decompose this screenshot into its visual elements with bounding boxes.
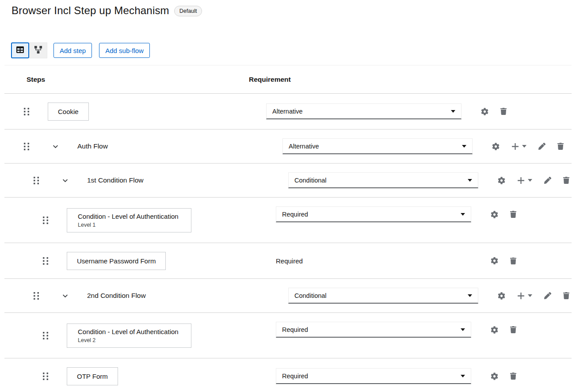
edit-button[interactable] (538, 143, 545, 150)
table-view-toggle[interactable] (11, 42, 29, 58)
trash-icon (563, 177, 569, 184)
subflow-label: 1st Condition Flow (87, 176, 144, 184)
table-row: OTP FormRequired (4, 358, 572, 392)
edit-button[interactable] (544, 177, 551, 184)
delete-button[interactable] (510, 257, 516, 264)
drag-handle-icon[interactable] (43, 332, 48, 339)
row-actions (491, 373, 516, 380)
requirement-select[interactable]: Required (276, 322, 471, 338)
delete-button[interactable] (557, 143, 564, 150)
settings-button[interactable] (491, 373, 498, 380)
add-button[interactable] (517, 177, 532, 184)
requirement-cell: Alternative (282, 138, 564, 154)
drag-handle-icon[interactable] (34, 177, 39, 184)
table-row: Username Password FormRequired (4, 243, 572, 279)
delete-button[interactable] (500, 108, 507, 115)
diagram-icon (34, 46, 42, 55)
drag-handle-icon[interactable] (24, 143, 29, 150)
add-step-button[interactable]: Add step (53, 43, 92, 58)
add-subflow-button[interactable]: Add sub-flow (99, 43, 150, 58)
row-actions (491, 257, 516, 265)
gear-icon (491, 257, 498, 265)
drag-handle-icon[interactable] (34, 292, 39, 300)
add-button[interactable] (511, 143, 526, 150)
trash-icon (510, 326, 516, 333)
drag-handle-icon[interactable] (43, 217, 48, 224)
chevron-down-icon[interactable] (53, 144, 58, 149)
subflow-label: Auth Flow (77, 142, 108, 150)
gear-icon (491, 211, 498, 218)
delete-button[interactable] (510, 373, 516, 380)
delete-button[interactable] (563, 177, 569, 184)
step-card: Condition - Level of AuthenticationLevel… (67, 323, 191, 348)
add-button[interactable] (517, 292, 532, 300)
delete-button[interactable] (563, 292, 569, 299)
table-row: 1st Condition FlowConditional (4, 164, 572, 198)
settings-button[interactable] (491, 326, 498, 334)
table-row: Auth FlowAlternative (4, 129, 572, 164)
requirement-select[interactable]: Conditional (288, 172, 478, 188)
table-row: Condition - Level of AuthenticationLevel… (4, 198, 572, 243)
steps-table: Steps Requirement CookieAlternativeAuth … (4, 65, 572, 392)
delete-button[interactable] (510, 326, 516, 333)
caret-down-icon (522, 145, 526, 148)
column-header-requirement: Requirement (249, 76, 291, 84)
drag-handle-icon[interactable] (43, 257, 48, 265)
requirement-select[interactable]: Alternative (282, 138, 473, 154)
requirement-value: Required (282, 373, 308, 380)
requirement-value: Conditional (294, 292, 327, 299)
gear-icon (481, 108, 488, 115)
subflow-label: 2nd Condition Flow (87, 292, 146, 300)
trash-icon (510, 211, 516, 218)
caret-down-icon (528, 179, 532, 182)
step-label: OTP Form (77, 373, 108, 380)
plus-icon (517, 177, 525, 184)
requirement-select[interactable]: Alternative (266, 103, 462, 119)
step-card: OTP Form (67, 367, 118, 385)
delete-button[interactable] (510, 211, 516, 218)
requirement-cell: Conditional (288, 288, 569, 304)
requirement-select[interactable]: Required (276, 368, 471, 384)
plus-icon (511, 143, 519, 150)
settings-button[interactable] (498, 177, 505, 184)
caret-down-icon (451, 110, 455, 113)
row-actions (491, 326, 516, 334)
settings-button[interactable] (491, 257, 498, 265)
step-label: Condition - Level of Authentication (78, 213, 179, 220)
trash-icon (557, 143, 564, 150)
column-header-steps: Steps (27, 76, 45, 84)
table-row: 2nd Condition FlowConditional (4, 279, 572, 313)
gear-icon (498, 177, 505, 184)
edit-button[interactable] (544, 292, 551, 299)
requirement-select[interactable]: Conditional (288, 288, 478, 304)
trash-icon (500, 108, 507, 115)
row-actions (492, 143, 564, 150)
requirement-cell: Conditional (288, 172, 569, 188)
drag-handle-icon[interactable] (43, 373, 48, 380)
step-label: Cookie (58, 108, 79, 115)
table-row: Condition - Level of AuthenticationLevel… (4, 313, 572, 358)
page-header: Browser Incl Step up Mechanism Default (0, 4, 576, 17)
row-actions (481, 108, 507, 115)
flow-detail-page: Browser Incl Step up Mechanism Default A… (0, 0, 576, 392)
settings-button[interactable] (491, 211, 498, 218)
requirement-value: Required (276, 257, 471, 265)
table-header-row: Steps Requirement (4, 65, 572, 94)
step-card: Condition - Level of AuthenticationLevel… (67, 208, 191, 232)
requirement-cell: Required (276, 206, 516, 222)
drag-handle-icon[interactable] (24, 108, 29, 115)
requirement-value: Alternative (289, 143, 319, 150)
chevron-down-icon[interactable] (62, 293, 68, 299)
table-row: CookieAlternative (4, 94, 572, 129)
settings-button[interactable] (498, 292, 505, 300)
table-body: CookieAlternativeAuth FlowAlternative1st… (4, 94, 572, 392)
chevron-down-icon[interactable] (62, 178, 68, 183)
pencil-icon (538, 143, 545, 150)
toolbar: Add step Add sub-flow (11, 42, 576, 58)
caret-down-icon (528, 294, 532, 297)
step-subtitle: Level 2 (78, 337, 179, 343)
settings-button[interactable] (492, 143, 500, 150)
diagram-view-toggle[interactable] (29, 42, 47, 58)
requirement-select[interactable]: Required (276, 206, 471, 222)
settings-button[interactable] (481, 108, 488, 115)
